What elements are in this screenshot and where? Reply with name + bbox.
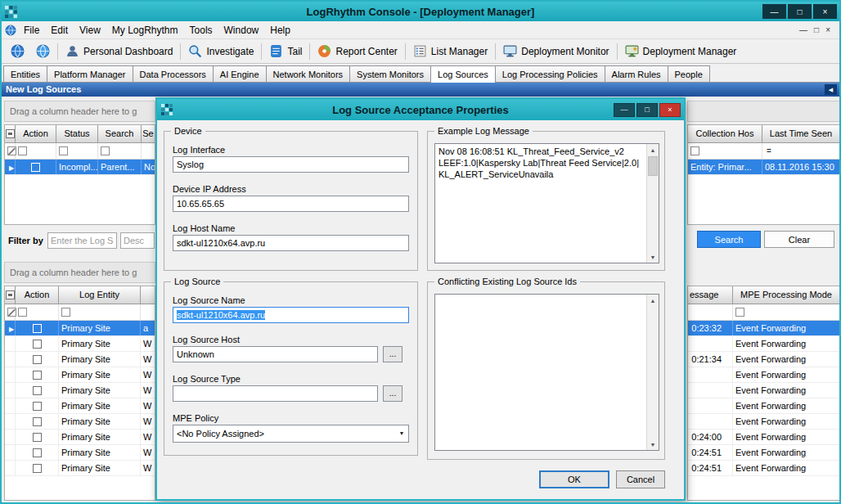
scrollbar[interactable]: ▲ ▼	[646, 144, 659, 263]
menu-view[interactable]: View	[74, 23, 106, 38]
scroll-up-icon[interactable]: ▲	[647, 295, 659, 306]
table-row[interactable]: Primary Site W	[5, 336, 155, 352]
column-header-search[interactable]: Search	[98, 125, 142, 142]
mpe-policy-dropdown[interactable]: <No Policy Assigned> ▼	[173, 425, 409, 443]
description-filter-input[interactable]	[120, 232, 155, 249]
row-checkbox[interactable]	[33, 433, 42, 442]
tab-people[interactable]: People	[668, 65, 710, 82]
maximize-icon[interactable]: □	[788, 4, 812, 19]
table-row[interactable]: ▶ Primary Site a	[5, 321, 155, 336]
filter-equals-icon[interactable]: =	[765, 146, 771, 155]
table-row[interactable]: Primary Site W	[5, 445, 155, 461]
filter-icon[interactable]	[61, 308, 70, 317]
column-header-last-time-seen[interactable]: Last Time Seen	[762, 125, 839, 142]
table-row[interactable]: 0:24:51 Event Forwarding	[688, 445, 839, 461]
row-checkbox[interactable]	[33, 402, 42, 411]
log-host-name-field[interactable]	[173, 235, 409, 251]
table-row[interactable]: Event Forwarding	[688, 398, 839, 414]
filter-icon[interactable]	[7, 146, 16, 155]
filter-icon[interactable]	[735, 308, 744, 317]
dialog-minimize-icon[interactable]: —	[614, 103, 635, 117]
dialog-maximize-icon[interactable]: □	[636, 103, 658, 117]
scroll-up-icon[interactable]: ▲	[647, 144, 659, 155]
tab-platform-manager[interactable]: Platform Manager	[47, 65, 133, 82]
mdi-restore-icon[interactable]: □	[814, 25, 819, 34]
select-all-header[interactable]	[5, 125, 16, 142]
table-row[interactable]: Event Forwarding	[688, 414, 839, 430]
table-row[interactable]: Primary Site W	[5, 383, 155, 398]
investigate-button[interactable]: Investigate	[182, 42, 259, 61]
minimize-icon[interactable]: —	[762, 4, 786, 19]
filter-icon[interactable]	[18, 146, 27, 155]
deployment-manager-button[interactable]: Deployment Manager	[619, 42, 743, 61]
filter-icon[interactable]	[59, 146, 68, 155]
table-row[interactable]: Primary Site W	[5, 352, 155, 367]
table-row[interactable]: Primary Site W	[5, 367, 155, 383]
close-icon[interactable]: ×	[813, 4, 837, 19]
scroll-left-icon[interactable]: ◀	[825, 84, 837, 95]
search-button[interactable]: Search	[697, 231, 761, 248]
menu-file[interactable]: File	[18, 23, 45, 38]
table-row[interactable]: 0:21:34 Event Forwarding	[688, 352, 839, 367]
column-header-mpe-processing-mode[interactable]: MPE Processing Mode	[733, 286, 839, 304]
row-checkbox[interactable]	[33, 386, 42, 395]
table-row[interactable]: 0:23:32 Event Forwarding	[688, 321, 839, 336]
select-all-checkbox[interactable]	[6, 129, 15, 138]
tab-data-processors[interactable]: Data Processors	[133, 65, 214, 82]
log-source-host-field[interactable]	[173, 346, 378, 362]
scroll-down-icon[interactable]: ▼	[647, 439, 659, 450]
mdi-minimize-icon[interactable]: —	[799, 25, 807, 34]
log-interface-field[interactable]	[173, 156, 409, 173]
scrollbar[interactable]: ▲ ▼	[646, 295, 659, 450]
list-manager-button[interactable]: List Manager	[407, 42, 493, 61]
filter-icon[interactable]	[7, 308, 16, 317]
row-checkbox[interactable]	[33, 417, 42, 426]
table-row[interactable]: Primary Site W	[5, 414, 155, 430]
column-header-status[interactable]: Status	[56, 125, 98, 142]
scrollbar-thumb[interactable]	[648, 156, 658, 176]
web-console-button[interactable]	[30, 42, 56, 61]
scroll-down-icon[interactable]: ▼	[647, 251, 659, 263]
table-row[interactable]: Event Forwarding	[688, 383, 839, 398]
table-row[interactable]: Primary Site W	[5, 461, 155, 476]
tab-log-sources[interactable]: Log Sources	[430, 65, 496, 83]
table-row[interactable]: Event Forwarding	[688, 367, 839, 383]
row-checkbox[interactable]	[33, 340, 42, 349]
column-header-action[interactable]: Action	[16, 286, 59, 304]
row-checkbox[interactable]	[33, 324, 42, 333]
column-header-collection-host[interactable]: Collection Hos	[688, 125, 762, 142]
column-header-se[interactable]: Se	[142, 125, 155, 142]
tab-system-monitors[interactable]: System Monitors	[349, 65, 431, 82]
filter-icon[interactable]	[101, 146, 110, 155]
deployment-monitor-button[interactable]: Deployment Monitor	[497, 42, 614, 61]
conflicting-ids-box[interactable]: ▲ ▼	[434, 294, 659, 451]
personal-dashboard-button[interactable]: Personal Dashboard	[60, 42, 178, 61]
chevron-down-icon[interactable]: ▼	[395, 425, 408, 442]
table-row[interactable]: 0:24:51 Event Forwarding	[688, 461, 839, 476]
dialog-close-icon[interactable]: ×	[659, 103, 681, 117]
select-all-header[interactable]	[5, 286, 16, 304]
table-row[interactable]: Entity: Primar... 08.11.2016 15:30	[688, 160, 839, 175]
mdi-close-icon[interactable]: ×	[825, 25, 830, 34]
column-header-message[interactable]: essage	[688, 286, 733, 304]
example-log-message-box[interactable]: Nov 08 16:08:51 KL_Threat_Feed_Service_v…	[434, 143, 659, 263]
tab-alarm-rules[interactable]: Alarm Rules	[605, 65, 668, 82]
filter-icon[interactable]	[18, 308, 27, 317]
column-header-action[interactable]: Action	[16, 125, 56, 142]
tail-button[interactable]: Tail	[263, 42, 308, 61]
select-all-checkbox[interactable]	[6, 290, 15, 299]
home-button[interactable]	[5, 42, 30, 61]
menu-help[interactable]: Help	[264, 23, 296, 38]
tab-entities[interactable]: Entities	[3, 65, 47, 82]
ok-button[interactable]: OK	[539, 470, 609, 488]
table-row[interactable]: Primary Site W	[5, 398, 155, 414]
row-checkbox[interactable]	[31, 163, 40, 172]
tab-network-monitors[interactable]: Network Monitors	[266, 65, 351, 82]
log-source-type-field[interactable]	[173, 385, 378, 402]
row-checkbox[interactable]	[33, 464, 42, 473]
table-row[interactable]: Primary Site W	[5, 430, 155, 445]
cancel-button[interactable]: Cancel	[616, 470, 665, 488]
tab-ai-engine[interactable]: AI Engine	[213, 65, 267, 82]
log-source-filter-input[interactable]	[47, 232, 117, 249]
menu-edit[interactable]: Edit	[45, 23, 74, 38]
